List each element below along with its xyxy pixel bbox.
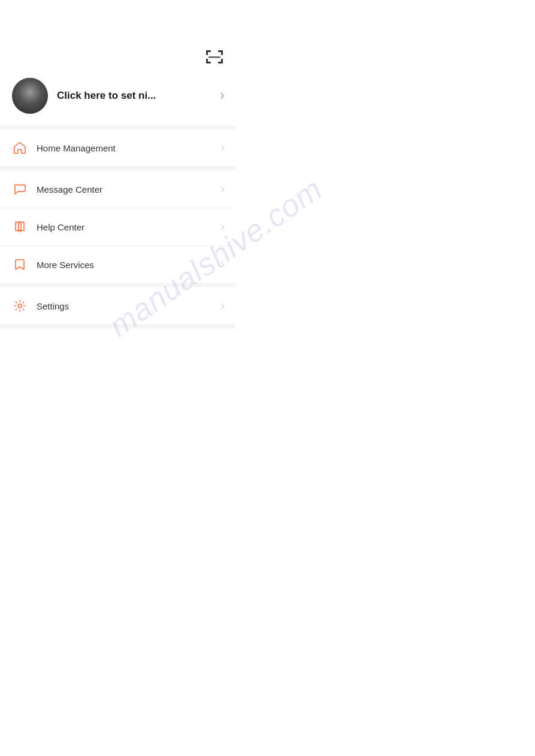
avatar [12,78,48,114]
profile-section[interactable]: Click here to set ni... [0,72,235,126]
svg-rect-7 [221,59,223,63]
menu-label-message-center: Message Center [37,184,219,195]
settings-icon [12,298,28,314]
profile-chevron-icon [217,92,224,99]
svg-rect-3 [221,50,223,55]
menu-item-settings[interactable]: Settings [0,287,235,325]
home-icon [12,140,28,156]
scan-icon[interactable] [205,48,223,66]
menu-label-settings: Settings [37,301,219,311]
chevron-icon [219,224,225,230]
menu-item-more-services[interactable]: More Services [0,246,235,284]
menu-item-help-center[interactable]: Help Center [0,208,235,246]
menu-label-help-center: Help Center [37,222,219,232]
menu-label-home-management: Home Management [37,143,219,153]
chevron-icon [219,262,225,268]
profile-name: Click here to set ni... [57,90,219,102]
svg-rect-1 [206,50,208,55]
chevron-icon [219,145,225,151]
menu-divider-3 [0,325,235,329]
menu-item-message-center[interactable]: Message Center [0,171,235,208]
menu-label-more-services: More Services [37,260,219,270]
svg-rect-8 [208,57,220,58]
chevron-icon [219,186,225,192]
message-icon [12,181,28,197]
chevron-icon [219,303,225,309]
menu-item-home-management[interactable]: Home Management [0,129,235,167]
menu-list: Home Management Message Center Help Cen [0,126,235,329]
top-bar [0,0,235,72]
svg-point-9 [18,304,22,308]
svg-rect-5 [206,59,208,63]
bookmark-icon [12,257,28,272]
book-icon [12,219,28,235]
